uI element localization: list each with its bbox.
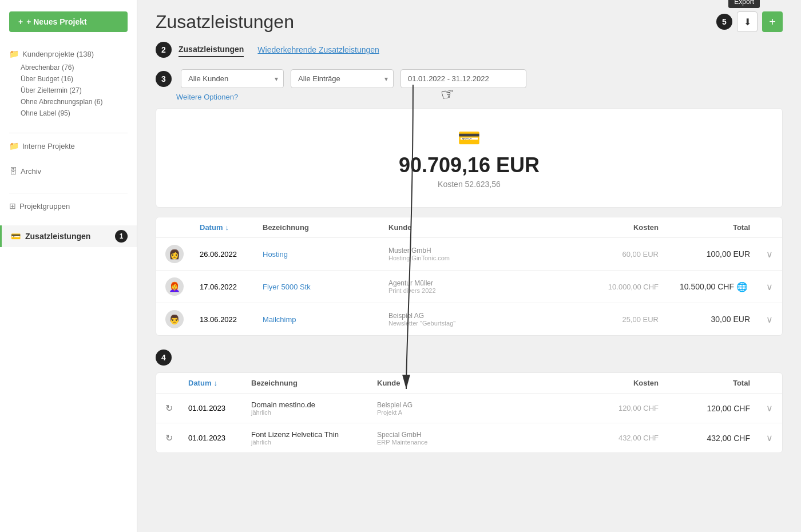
summary-card: 💳 90.709,16 EUR Kosten 52.623,56 xyxy=(156,108,783,208)
total-cell-2-wrap: 10.500,00 CHF 🌐 xyxy=(659,281,750,292)
entries-filter-wrap: Alle Einträge xyxy=(291,69,394,88)
bottom-kosten-2: 432,00 CHF xyxy=(578,434,659,442)
bezeichnung-header: Bezeichnung xyxy=(263,223,388,232)
internal-projects-label: Interne Projekte xyxy=(22,142,75,150)
bezeichnung-cell-2[interactable]: Flyer 5000 Stk xyxy=(263,283,388,291)
sidebar-sub-abrechenbar[interactable]: Abrechenbar (76) xyxy=(9,62,128,73)
card-summary-icon: 💳 xyxy=(175,127,764,149)
export-tooltip: Export xyxy=(728,0,760,8)
kunde-cell-3: Beispiel AG Newsletter "Geburtstag" xyxy=(388,312,578,327)
grid-icon: ⊞ xyxy=(9,201,16,211)
table-row: 👨 13.06.2022 Mailchimp Beispiel AG Newsl… xyxy=(156,303,782,335)
folder-icon: 📁 xyxy=(9,49,19,58)
sidebar-sub-label[interactable]: Ohne Label (95) xyxy=(9,108,128,119)
archive-section: 🗄 Archiv xyxy=(0,163,137,188)
kunde-cell-1: Muster GmbH Hosting GinTonic.com xyxy=(388,247,578,261)
project-groups-section: ⊞ Projektgruppen xyxy=(0,198,137,223)
bottom-kosten-header: Kosten xyxy=(578,379,659,387)
recurring-icon-2: ↻ xyxy=(165,432,188,443)
bottom-table-row: ↻ 01.01.2023 Font Lizenz Helvetica Thin … xyxy=(156,423,782,452)
bottom-section: 4 Datum ↓ Bezeichnung Kunde Kosten Total xyxy=(156,350,783,453)
bottom-table: Datum ↓ Bezeichnung Kunde Kosten Total ↻… xyxy=(156,372,783,453)
date-cell-2: 17.06.2022 xyxy=(200,283,263,291)
new-project-label: + Neues Projekt xyxy=(26,17,86,26)
customer-filter-wrap: Alle Kunden xyxy=(181,69,284,88)
sidebar-item-archive[interactable]: 🗄 Archiv xyxy=(9,163,128,179)
download-button[interactable]: ⬇ xyxy=(737,11,758,32)
main-table: Datum ↓ Bezeichnung Kunde Kosten Total 👩… xyxy=(156,217,783,336)
sidebar-item-project-groups[interactable]: ⊞ Projektgruppen xyxy=(9,198,128,214)
more-options-link[interactable]: Weitere Optionen? xyxy=(176,93,783,101)
customer-projects-label: Kundenprojekte (138) xyxy=(22,50,94,58)
page-title: Zusatzleistungen xyxy=(156,11,294,33)
bottom-total-1: 120,00 CHF xyxy=(659,404,750,413)
bottom-table-row: ↻ 01.01.2023 Domain mestino.de jährlich … xyxy=(156,394,782,423)
bottom-datum-header[interactable]: Datum ↓ xyxy=(188,379,251,387)
bottom-kunde-header: Kunde xyxy=(377,379,578,387)
avatar: 👩 xyxy=(165,245,200,263)
date-cell-1: 26.06.2022 xyxy=(200,250,263,259)
step-badge-4: 4 xyxy=(156,350,172,366)
internal-projects-section: 📁 Interne Projekte xyxy=(0,138,137,163)
kunde-cell-2: Agentur Müller Print divers 2022 xyxy=(388,279,578,294)
datum-header[interactable]: Datum ↓ xyxy=(200,223,263,232)
kosten-cell-1: 60,00 EUR xyxy=(578,250,659,259)
bottom-kunde-1: Beispiel AG Projekt A xyxy=(377,401,578,416)
step-badge-5: 5 xyxy=(716,14,732,30)
bottom-table-header: Datum ↓ Bezeichnung Kunde Kosten Total xyxy=(156,373,782,394)
expand-chevron-1[interactable]: ∨ xyxy=(766,249,773,260)
page-header: Zusatzleistungen Export 5 ⬇ + xyxy=(137,0,801,33)
sidebar-item-zusatzleistungen[interactable]: 💳 Zusatzleistungen 1 xyxy=(0,225,137,247)
sidebar-item-customer-projects[interactable]: 📁 Kundenprojekte (138) xyxy=(9,46,128,62)
card-icon: 💳 xyxy=(11,232,21,241)
bottom-expand-2[interactable]: ∨ xyxy=(766,432,773,443)
bezeichnung-cell-1[interactable]: Hosting xyxy=(263,250,388,259)
bottom-expand-header xyxy=(750,379,773,387)
plus-add-icon: + xyxy=(769,15,776,29)
avatar: 👨 xyxy=(165,310,200,328)
sort-icon-bottom: ↓ xyxy=(213,379,217,387)
kunde-header: Kunde xyxy=(388,223,578,232)
bottom-bezeichnung-header: Bezeichnung xyxy=(251,379,377,387)
project-groups-label: Projektgruppen xyxy=(19,202,70,211)
tab-zusatzleistungen[interactable]: Zusatzleistungen xyxy=(179,42,244,57)
bottom-expand-1[interactable]: ∨ xyxy=(766,403,773,414)
archive-label: Archiv xyxy=(21,167,41,176)
bottom-bezeichnung-1: Domain mestino.de jährlich xyxy=(251,400,377,416)
sidebar-sub-budget[interactable]: Über Budget (16) xyxy=(9,73,128,85)
sidebar-sub-abrechnungsplan[interactable]: Ohne Abrechnungsplan (6) xyxy=(9,96,128,108)
sidebar-sub-zieltermin[interactable]: Über Zieltermin (27) xyxy=(9,85,128,96)
user-avatar-3: 👨 xyxy=(165,310,184,328)
user-avatar-1: 👩 xyxy=(165,245,184,263)
archive-icon: 🗄 xyxy=(9,166,17,176)
kosten-header: Kosten xyxy=(578,223,659,232)
bottom-bezeichnung-2: Font Lizenz Helvetica Thin jährlich xyxy=(251,430,377,446)
header-actions: Export 5 ⬇ + xyxy=(716,11,783,32)
kosten-cell-3: 25,00 EUR xyxy=(578,315,659,324)
sidebar-item-internal-projects[interactable]: 📁 Interne Projekte xyxy=(9,138,128,154)
main-content: Zusatzleistungen Export 5 ⬇ + 2 Zusatzle… xyxy=(137,0,801,532)
avatar-col-header xyxy=(165,223,200,232)
filters-row: 3 Alle Kunden Alle Einträge 01.01.2022 -… xyxy=(156,69,783,88)
icon-col-header xyxy=(165,379,188,387)
entries-filter[interactable]: Alle Einträge xyxy=(291,69,394,88)
avatar: 👩‍🦰 xyxy=(165,277,200,296)
sidebar: + + Neues Projekt 📁 Kundenprojekte (138)… xyxy=(0,0,137,532)
bottom-kosten-1: 120,00 CHF xyxy=(578,404,659,412)
content-area: 2 Zusatzleistungen Wiederkehrende Zusatz… xyxy=(137,33,801,532)
expand-chevron-3[interactable]: ∨ xyxy=(766,314,773,325)
add-button[interactable]: + xyxy=(762,11,783,32)
table-header: Datum ↓ Bezeichnung Kunde Kosten Total xyxy=(156,217,782,238)
new-project-button[interactable]: + + Neues Projekt xyxy=(9,11,128,32)
step-badge-2: 2 xyxy=(156,42,172,58)
bottom-kunde-2: Special GmbH ERP Maintenance xyxy=(377,431,578,446)
customer-filter[interactable]: Alle Kunden xyxy=(181,69,284,88)
step-badge-3: 3 xyxy=(156,71,172,87)
tab-wiederkehrende[interactable]: Wiederkehrende Zusatzleistungen xyxy=(257,43,379,57)
user-avatar-2: 👩‍🦰 xyxy=(165,277,184,296)
total-header: Total xyxy=(659,223,750,232)
date-range-filter[interactable]: 01.01.2022 - 31.12.2022 xyxy=(400,69,526,88)
bezeichnung-cell-3[interactable]: Mailchimp xyxy=(263,315,388,324)
folder-internal-icon: 📁 xyxy=(9,141,19,150)
expand-chevron-2[interactable]: ∨ xyxy=(766,281,773,292)
